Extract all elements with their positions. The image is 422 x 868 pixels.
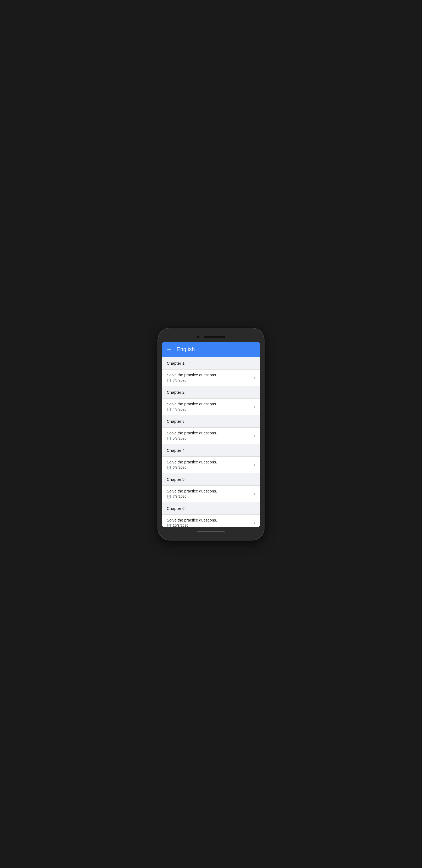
calendar-icon [167, 436, 171, 441]
task-date-1: 3/8/2020 [173, 378, 187, 382]
list-item-content-2: Solve the practice questions. 4/8/2020 [167, 402, 251, 412]
calendar-icon [167, 378, 171, 382]
phone-camera [197, 336, 199, 338]
task-date-row-5: 7/8/2020 [167, 494, 251, 499]
chevron-right-icon: › [254, 520, 255, 525]
task-date-2: 4/8/2020 [173, 407, 187, 411]
list-item-content-4: Solve the practice questions. 6/8/2020 [167, 460, 251, 470]
task-date-row-6: 10/8/2020 [167, 523, 251, 527]
list-item-5[interactable]: Solve the practice questions. 7/8/2020› [162, 486, 260, 502]
task-date-4: 6/8/2020 [173, 465, 187, 469]
task-date-row-2: 4/8/2020 [167, 407, 251, 412]
chevron-right-icon: › [254, 433, 255, 438]
chapter-header-1: Chapter 1 [162, 357, 260, 370]
chapter-header-6: Chapter 6 [162, 502, 260, 515]
chevron-right-icon: › [254, 462, 255, 467]
list-item-2[interactable]: Solve the practice questions. 4/8/2020› [162, 399, 260, 415]
list-item-content-1: Solve the practice questions. 3/8/2020 [167, 373, 251, 382]
svg-rect-4 [167, 408, 171, 411]
task-title-1: Solve the practice questions. [167, 373, 251, 377]
back-button[interactable]: ← [166, 346, 172, 352]
chapter-header-5: Chapter 5 [162, 473, 260, 486]
page-title: English [176, 346, 195, 352]
chevron-right-icon: › [254, 404, 255, 409]
calendar-icon [167, 523, 171, 527]
phone-frame: ← English Chapter 1Solve the practice qu… [158, 328, 264, 540]
list-item-3[interactable]: Solve the practice questions. 5/8/2020› [162, 428, 260, 444]
svg-rect-20 [167, 524, 171, 527]
task-date-row-4: 6/8/2020 [167, 465, 251, 470]
chevron-right-icon: › [254, 375, 255, 380]
task-title-4: Solve the practice questions. [167, 460, 251, 464]
task-title-3: Solve the practice questions. [167, 431, 251, 435]
list-item-4[interactable]: Solve the practice questions. 6/8/2020› [162, 457, 260, 473]
task-date-3: 5/8/2020 [173, 436, 187, 440]
list-item-content-3: Solve the practice questions. 5/8/2020 [167, 431, 251, 441]
task-date-row-1: 3/8/2020 [167, 378, 251, 382]
chapter-header-4: Chapter 4 [162, 444, 260, 457]
calendar-icon [167, 465, 171, 470]
phone-screen: ← English Chapter 1Solve the practice qu… [162, 342, 260, 527]
task-title-5: Solve the practice questions. [167, 489, 251, 493]
task-title-2: Solve the practice questions. [167, 402, 251, 406]
list-item-content-5: Solve the practice questions. 7/8/2020 [167, 489, 251, 499]
phone-bottom-bar [162, 529, 260, 535]
task-date-6: 10/8/2020 [173, 523, 189, 527]
calendar-icon [167, 407, 171, 412]
list-item-1[interactable]: Solve the practice questions. 3/8/2020› [162, 370, 260, 386]
svg-rect-16 [167, 495, 171, 498]
svg-rect-8 [167, 437, 171, 440]
svg-rect-0 [167, 379, 171, 382]
task-date-5: 7/8/2020 [173, 494, 187, 498]
chapter-header-3: Chapter 3 [162, 415, 260, 428]
chevron-right-icon: › [254, 491, 255, 496]
app-header: ← English [162, 342, 260, 357]
home-indicator [197, 531, 225, 532]
chapter-list: Chapter 1Solve the practice questions. 3… [162, 357, 260, 527]
phone-top-bar [162, 333, 260, 341]
task-date-row-3: 5/8/2020 [167, 436, 251, 441]
calendar-icon [167, 494, 171, 499]
svg-rect-12 [167, 466, 171, 469]
list-item-content-6: Solve the practice questions. 10/8/2020 [167, 518, 251, 527]
chapter-header-2: Chapter 2 [162, 386, 260, 399]
phone-speaker [204, 336, 225, 338]
task-title-6: Solve the practice questions. [167, 518, 251, 522]
list-item-6[interactable]: Solve the practice questions. 10/8/2020› [162, 515, 260, 527]
